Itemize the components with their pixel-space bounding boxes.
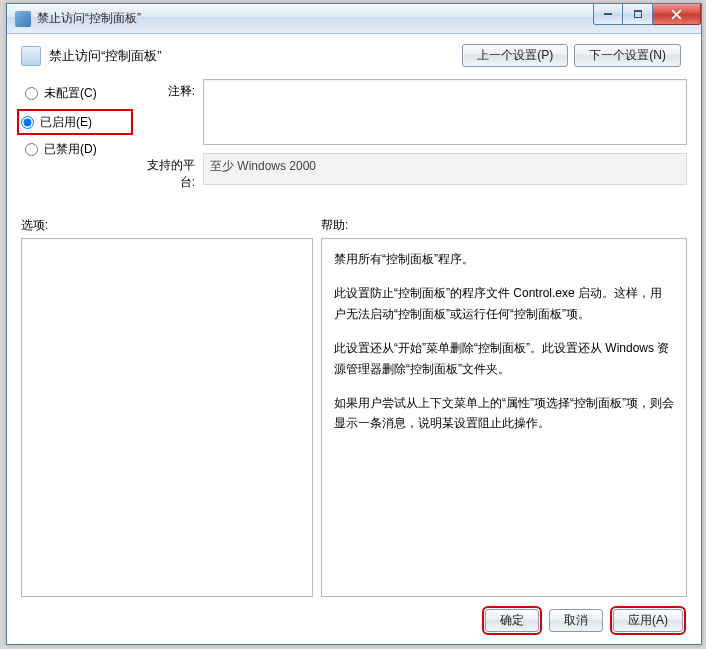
window-control-buttons <box>593 4 701 25</box>
comment-textarea[interactable] <box>203 79 687 145</box>
radio-not-configured-label: 未配置(C) <box>44 85 97 102</box>
comment-label: 注释: <box>133 79 203 145</box>
radio-disabled[interactable]: 已禁用(D) <box>21 137 133 161</box>
options-pane[interactable] <box>21 238 313 597</box>
cancel-button[interactable]: 取消 <box>549 609 603 632</box>
radio-enabled-input[interactable] <box>21 116 34 129</box>
help-paragraph: 如果用户尝试从上下文菜单上的“属性”项选择“控制面板”项，则会显示一条消息，说明… <box>334 393 674 434</box>
radio-disabled-input[interactable] <box>25 143 38 156</box>
help-pane[interactable]: 禁用所有“控制面板”程序。 此设置防止“控制面板”的程序文件 Control.e… <box>321 238 687 597</box>
policy-title: 禁止访问“控制面板” <box>49 47 462 65</box>
apply-button[interactable]: 应用(A) <box>613 609 683 632</box>
help-label: 帮助: <box>321 217 348 234</box>
next-setting-button[interactable]: 下一个设置(N) <box>574 44 681 67</box>
radio-not-configured[interactable]: 未配置(C) <box>21 81 133 105</box>
maximize-button[interactable] <box>623 4 653 25</box>
radio-enabled[interactable]: 已启用(E) <box>17 109 133 135</box>
previous-setting-button[interactable]: 上一个设置(P) <box>462 44 568 67</box>
policy-icon <box>21 46 41 66</box>
supported-platform-text: 至少 Windows 2000 <box>210 159 316 173</box>
dialog-window: 禁止访问“控制面板” 禁止访问“控制面板” 上一个设置(P) 下一个设置(N) … <box>6 3 702 645</box>
close-button[interactable] <box>653 4 701 25</box>
platform-label: 支持的平台: <box>133 153 203 191</box>
supported-platform-box: 至少 Windows 2000 <box>203 153 687 185</box>
radio-disabled-label: 已禁用(D) <box>44 141 97 158</box>
options-label: 选项: <box>21 217 321 234</box>
content-area: 禁止访问“控制面板” 上一个设置(P) 下一个设置(N) 未配置(C) 已启用(… <box>7 34 701 644</box>
help-paragraph: 禁用所有“控制面板”程序。 <box>334 249 674 269</box>
state-radio-group: 未配置(C) 已启用(E) 已禁用(D) <box>21 79 133 199</box>
minimize-button[interactable] <box>593 4 623 25</box>
radio-not-configured-input[interactable] <box>25 87 38 100</box>
help-paragraph: 此设置还从“开始”菜单删除“控制面板”。此设置还从 Windows 资源管理器删… <box>334 338 674 379</box>
ok-button[interactable]: 确定 <box>485 609 539 632</box>
radio-enabled-label: 已启用(E) <box>40 114 92 131</box>
help-paragraph: 此设置防止“控制面板”的程序文件 Control.exe 启动。这样，用户无法启… <box>334 283 674 324</box>
titlebar[interactable]: 禁止访问“控制面板” <box>7 4 701 34</box>
window-title: 禁止访问“控制面板” <box>37 10 141 27</box>
app-icon <box>15 11 31 27</box>
